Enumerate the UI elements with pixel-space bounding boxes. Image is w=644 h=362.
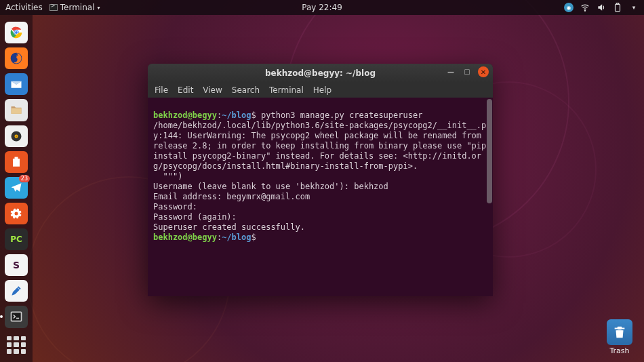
dock-badge: 23: [19, 175, 30, 182]
terminal-output-password: Password:: [153, 202, 197, 212]
window-close-button[interactable]: ✕: [478, 66, 489, 77]
terminal-output-success: Superuser created successfully.: [153, 222, 305, 232]
dock-item-files[interactable]: [5, 99, 28, 121]
terminal-output-warning: /home/bekhzod/.local/lib/python3.6/site-…: [153, 121, 491, 171]
dock-item-software[interactable]: [5, 151, 28, 173]
menu-file[interactable]: File: [155, 85, 168, 95]
dock-item-text-editor[interactable]: [5, 280, 28, 302]
dock-item-pycharm[interactable]: PC: [5, 228, 28, 250]
dock-item-slack[interactable]: S: [5, 254, 28, 276]
svg-rect-2: [616, 3, 619, 5]
dock-item-firefox[interactable]: [5, 47, 28, 69]
app-indicator-terminal[interactable]: Terminal ▾: [49, 3, 100, 12]
terminal-output-password-again: Password (again):: [153, 212, 237, 222]
svg-point-0: [584, 10, 585, 11]
dock-item-settings[interactable]: [5, 203, 28, 224]
accessibility-icon[interactable]: ◉: [564, 3, 573, 12]
trash[interactable]: Trash: [605, 319, 635, 355]
activities-button[interactable]: Activities: [5, 3, 43, 12]
dock-item-terminal[interactable]: [5, 306, 28, 327]
menu-help[interactable]: Help: [313, 85, 331, 95]
window-minimize-button[interactable]: —: [445, 66, 456, 77]
show-applications-button[interactable]: [7, 336, 26, 354]
terminal-output-username: Username (leave blank to use 'bekhzod'):…: [153, 182, 388, 191]
menu-search[interactable]: Search: [232, 85, 260, 95]
svg-rect-1: [616, 4, 620, 11]
terminal-output-email: Email address: begymrx@gmail.com: [153, 192, 310, 201]
svg-point-11: [16, 136, 17, 137]
terminal-output: """): [153, 172, 182, 181]
terminal-body[interactable]: bekhzod@begyy:~/blog$ python3 manage.py …: [148, 98, 493, 296]
dock-item-rhythmbox[interactable]: [5, 125, 28, 147]
dock-item-telegram[interactable]: 23: [5, 177, 28, 199]
menu-edit[interactable]: Edit: [178, 85, 193, 95]
battery-icon[interactable]: [613, 3, 622, 12]
volume-icon[interactable]: [597, 3, 606, 12]
dock-item-thunderbird[interactable]: [5, 73, 28, 95]
svg-point-6: [15, 31, 18, 34]
svg-rect-8: [12, 108, 22, 114]
prompt-userhost: bekhzod@begyy: [153, 233, 217, 242]
window-titlebar[interactable]: bekhzod@begyy: ~/blog — ☐ ✕: [148, 64, 493, 83]
dock: 23PCS: [0, 15, 33, 362]
chevron-down-icon: ▾: [97, 5, 100, 11]
prompt-userhost: bekhzod@begyy: [153, 110, 217, 120]
terminal-menubar: FileEditViewSearchTerminalHelp: [148, 83, 493, 98]
terminal-mini-icon: [49, 4, 58, 11]
clock[interactable]: Pay 22:49: [302, 3, 342, 12]
window-maximize-button[interactable]: ☐: [462, 66, 472, 77]
menu-terminal[interactable]: Terminal: [269, 85, 304, 95]
trash-icon: [607, 319, 632, 345]
wifi-icon[interactable]: [580, 3, 590, 12]
chevron-down-icon[interactable]: ▾: [629, 3, 639, 12]
prompt-path: ~/blog: [222, 110, 251, 120]
terminal-command: python3 manage.py createsuperuser: [261, 110, 422, 120]
svg-rect-12: [12, 313, 22, 321]
dock-item-chrome[interactable]: [5, 22, 28, 43]
prompt-path: ~/blog: [222, 233, 251, 242]
menu-view[interactable]: View: [203, 85, 222, 95]
top-bar: Activities Terminal ▾ Pay 22:49 ◉ ▾: [0, 0, 644, 15]
terminal-scrollbar[interactable]: [487, 99, 492, 203]
app-indicator-label: Terminal: [60, 3, 95, 12]
window-title: bekhzod@begyy: ~/blog: [265, 68, 376, 78]
trash-label: Trash: [609, 346, 629, 355]
terminal-window: bekhzod@begyy: ~/blog — ☐ ✕ FileEditView…: [148, 64, 493, 296]
